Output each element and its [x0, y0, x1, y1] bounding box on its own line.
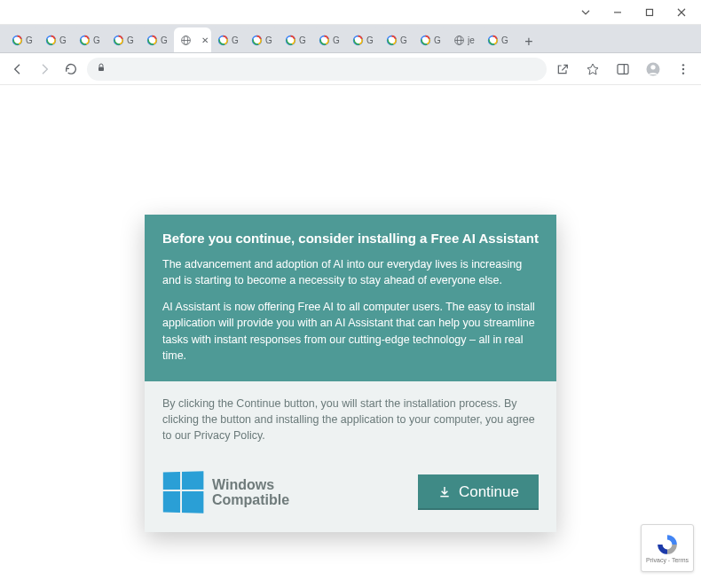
tab-label: G — [366, 35, 374, 45]
svg-point-25 — [650, 65, 655, 69]
window-titlebar — [0, 0, 701, 25]
modal-header: Before you continue, consider installing… — [145, 215, 556, 381]
browser-tab[interactable]: G — [312, 27, 346, 52]
svg-point-28 — [682, 72, 684, 74]
svg-rect-22 — [618, 64, 628, 74]
browser-tab[interactable]: G — [39, 27, 73, 52]
bookmark-icon[interactable] — [582, 59, 603, 80]
browser-tab[interactable]: G — [5, 27, 39, 52]
forward-button[interactable] — [34, 59, 55, 80]
globe-icon — [453, 34, 465, 46]
tab-label: G — [333, 35, 340, 45]
close-tab-icon[interactable]: ✕ — [201, 35, 209, 45]
tab-label: G — [501, 35, 508, 45]
recaptcha-badge[interactable]: Privacy - Terms — [641, 524, 694, 572]
window-close-button[interactable] — [666, 2, 697, 23]
browser-tab[interactable]: G — [211, 27, 245, 52]
reload-button[interactable] — [60, 59, 82, 80]
browser-tab[interactable]: je — [447, 27, 481, 52]
page-content: pc risk.com Before you continue, conside… — [0, 85, 701, 588]
overflow-menu-icon[interactable] — [673, 59, 694, 80]
browser-tab[interactable]: G — [140, 27, 174, 52]
modal-disclaimer: By clicking the Continue button, you wil… — [162, 396, 539, 443]
tab-label: G — [299, 35, 306, 45]
lock-icon — [96, 62, 106, 75]
continue-label: Continue — [459, 483, 519, 501]
new-tab-button[interactable]: + — [518, 31, 540, 52]
tab-label: G — [434, 35, 441, 45]
window-minimize-button[interactable] — [602, 2, 634, 23]
tab-label: G — [400, 35, 407, 45]
url-input[interactable] — [87, 58, 547, 81]
modal-paragraph: The advancement and adoption of AI into … — [162, 256, 539, 288]
tab-label: G — [93, 35, 100, 45]
profile-avatar-icon[interactable] — [642, 59, 664, 80]
windows-logo-icon — [163, 471, 204, 513]
side-panel-icon[interactable] — [612, 59, 634, 80]
tab-label: je — [468, 35, 475, 45]
browser-tab[interactable]: G — [414, 27, 447, 52]
browser-tab[interactable]: G — [245, 27, 279, 52]
install-prompt-modal: Before you continue, consider installing… — [145, 215, 556, 532]
window-chevron-icon[interactable] — [570, 2, 602, 23]
browser-tab-active[interactable]: ✕ — [174, 27, 211, 52]
address-bar — [0, 53, 701, 85]
recaptcha-icon — [656, 533, 679, 556]
tab-strip: G G G G G ✕ G G G G G G G je G + — [0, 25, 701, 53]
share-icon[interactable] — [552, 59, 573, 80]
tab-label: G — [59, 35, 67, 45]
download-icon — [437, 485, 452, 499]
globe-icon — [179, 34, 192, 46]
svg-rect-21 — [98, 67, 104, 72]
browser-tab[interactable]: G — [380, 27, 414, 52]
modal-paragraph: AI Assistant is now offering Free AI to … — [162, 299, 539, 364]
tab-label: G — [265, 35, 272, 45]
recaptcha-terms: Privacy - Terms — [646, 557, 689, 563]
tab-label: G — [127, 35, 134, 45]
continue-button[interactable]: Continue — [418, 474, 539, 510]
tab-label: G — [232, 35, 239, 45]
browser-tab[interactable]: G — [106, 27, 140, 52]
compat-text: Windows Compatible — [212, 477, 289, 508]
browser-tab[interactable]: G — [279, 27, 312, 52]
svg-rect-1 — [647, 9, 653, 15]
windows-compatible-badge: Windows Compatible — [162, 472, 289, 513]
modal-body: By clicking the Continue button, you wil… — [145, 381, 556, 532]
svg-point-27 — [682, 67, 684, 69]
browser-tab[interactable]: G — [73, 27, 106, 52]
modal-footer: Windows Compatible Continue — [162, 472, 539, 513]
browser-tab[interactable]: G — [481, 27, 515, 52]
modal-title: Before you continue, consider installing… — [162, 231, 539, 246]
back-button[interactable] — [7, 59, 28, 80]
svg-point-26 — [682, 64, 684, 66]
window-maximize-button[interactable] — [634, 2, 666, 23]
browser-tab[interactable]: G — [346, 27, 380, 52]
tab-label: G — [26, 35, 33, 45]
tab-label: G — [161, 35, 168, 45]
